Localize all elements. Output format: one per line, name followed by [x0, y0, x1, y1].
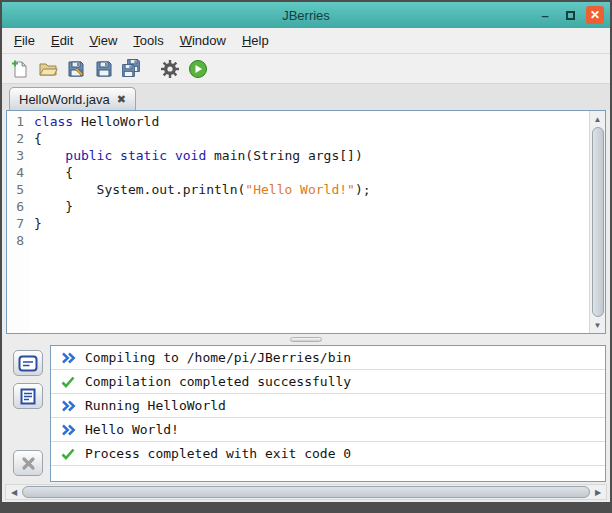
- console-message[interactable]: Process completed with exit code 0: [51, 442, 605, 466]
- console-output[interactable]: Compiling to /home/pi/JBerries/binCompil…: [50, 345, 606, 482]
- run-button[interactable]: [185, 56, 210, 81]
- code-segment-keyword: void: [175, 148, 206, 163]
- code-line[interactable]: System.out.println("Hello World!");: [34, 181, 589, 198]
- line-number: 2: [7, 130, 24, 147]
- code-segment-keyword: public: [65, 148, 112, 163]
- tab-bar: HelloWorld.java ✖: [2, 84, 610, 110]
- console-message[interactable]: Running HelloWorld: [51, 394, 605, 418]
- maximize-icon[interactable]: [561, 6, 579, 24]
- line-number: 4: [7, 164, 24, 181]
- menu-edit[interactable]: Edit: [43, 28, 81, 53]
- console-message-text: Compilation completed successfully: [85, 374, 351, 389]
- code-area[interactable]: class HelloWorld{ public static void mai…: [29, 111, 589, 333]
- console-message-icon-wrap: [60, 400, 76, 412]
- maximize-box: [566, 11, 575, 20]
- open-folder-icon: [38, 59, 58, 79]
- clear-console-button[interactable]: [13, 450, 43, 476]
- close-icon[interactable]: ✕: [586, 6, 604, 24]
- clear-console-icon: [21, 456, 36, 471]
- check-icon: [61, 376, 75, 388]
- menu-view[interactable]: View: [81, 28, 125, 53]
- save-all-button[interactable]: [119, 56, 144, 81]
- scroll-up-icon[interactable]: ▲: [591, 112, 605, 126]
- console-message[interactable]: Compilation completed successfully: [51, 370, 605, 394]
- console-view-button[interactable]: [13, 350, 43, 376]
- code-segment-keyword: static: [120, 148, 167, 163]
- scroll-left-icon[interactable]: ◀: [7, 485, 21, 499]
- line-number: 5: [7, 181, 24, 198]
- console-message-text: Hello World!: [85, 422, 179, 437]
- code-line[interactable]: [34, 232, 589, 249]
- code-segment-plain: [34, 148, 65, 163]
- open-folder-button[interactable]: [35, 56, 60, 81]
- line-number: 7: [7, 215, 24, 232]
- titlebar[interactable]: JBerries – ✕: [2, 2, 610, 28]
- jberries-window: JBerries – ✕ FileEditViewToolsWindowHelp…: [0, 0, 612, 513]
- new-file-button[interactable]: [7, 56, 32, 81]
- output-view-button[interactable]: [13, 383, 43, 409]
- code-segment-plain: }: [34, 216, 42, 231]
- vertical-scrollbar[interactable]: ▲ ▼: [589, 111, 605, 333]
- save-as-button[interactable]: [63, 56, 88, 81]
- console-panel: Compiling to /home/pi/JBerries/binCompil…: [6, 345, 606, 482]
- save-all-icon: [122, 59, 142, 79]
- tab-close-icon[interactable]: ✖: [117, 94, 126, 105]
- console-message-text: Process completed with exit code 0: [85, 446, 351, 461]
- settings-icon: [160, 59, 180, 79]
- save-icon: [94, 59, 114, 79]
- chevrons-icon: [61, 352, 76, 364]
- console-message[interactable]: Hello World!: [51, 418, 605, 442]
- code-line[interactable]: {: [34, 130, 589, 147]
- console-side-buttons: [6, 345, 50, 482]
- scroll-right-icon[interactable]: ▶: [591, 485, 605, 499]
- line-number: 3: [7, 147, 24, 164]
- code-line[interactable]: }: [34, 215, 589, 232]
- menu-bar: FileEditViewToolsWindowHelp: [2, 28, 610, 54]
- tab-helloworld-java[interactable]: HelloWorld.java ✖: [9, 87, 136, 110]
- horizontal-scrollbar[interactable]: ◀ ▶: [5, 484, 607, 500]
- menu-help[interactable]: Help: [234, 28, 277, 53]
- console-view-icon: [18, 355, 38, 372]
- code-line[interactable]: }: [34, 198, 589, 215]
- code-segment-plain: [167, 148, 175, 163]
- save-button[interactable]: [91, 56, 116, 81]
- menu-tools[interactable]: Tools: [125, 28, 171, 53]
- code-segment-string: "Hello World!": [245, 182, 355, 197]
- horizontal-scrollbar-thumb[interactable]: [22, 486, 590, 498]
- splitter[interactable]: [2, 334, 610, 345]
- code-line[interactable]: class HelloWorld: [34, 113, 589, 130]
- code-segment-keyword: class: [34, 114, 73, 129]
- console-message-text: Running HelloWorld: [85, 398, 226, 413]
- output-view-icon: [18, 388, 38, 405]
- minimize-icon[interactable]: –: [536, 6, 554, 24]
- chevrons-icon: [61, 400, 76, 412]
- code-line[interactable]: public static void main(String args[]): [34, 147, 589, 164]
- console-message[interactable]: Compiling to /home/pi/JBerries/bin: [51, 346, 605, 370]
- menu-file[interactable]: File: [6, 28, 43, 53]
- vertical-scrollbar-thumb[interactable]: [592, 127, 604, 317]
- window-title: JBerries: [2, 8, 610, 23]
- code-editor[interactable]: 12345678 class HelloWorld{ public static…: [6, 110, 606, 334]
- splitter-grip[interactable]: [290, 337, 322, 342]
- console-message-icon-wrap: [60, 424, 76, 436]
- line-number: 8: [7, 232, 24, 249]
- code-line[interactable]: {: [34, 164, 589, 181]
- settings-button[interactable]: [157, 56, 182, 81]
- code-segment-plain: {: [34, 165, 73, 180]
- code-segment-plain: System.out.println(: [34, 182, 245, 197]
- line-number: 6: [7, 198, 24, 215]
- code-segment-plain: {: [34, 131, 42, 146]
- chevrons-icon: [61, 424, 76, 436]
- console-message-text: Compiling to /home/pi/JBerries/bin: [85, 350, 351, 365]
- run-icon: [188, 59, 208, 79]
- code-segment-plain: }: [34, 199, 73, 214]
- save-as-icon: [66, 59, 86, 79]
- console-message-icon-wrap: [60, 376, 76, 388]
- menu-window[interactable]: Window: [172, 28, 234, 53]
- bottom-strip: ◀ ▶: [2, 482, 610, 502]
- line-number-gutter: 12345678: [7, 111, 29, 333]
- line-number: 1: [7, 113, 24, 130]
- scroll-down-icon[interactable]: ▼: [591, 318, 605, 332]
- tab-label: HelloWorld.java: [19, 92, 110, 107]
- toolbar: [2, 54, 610, 84]
